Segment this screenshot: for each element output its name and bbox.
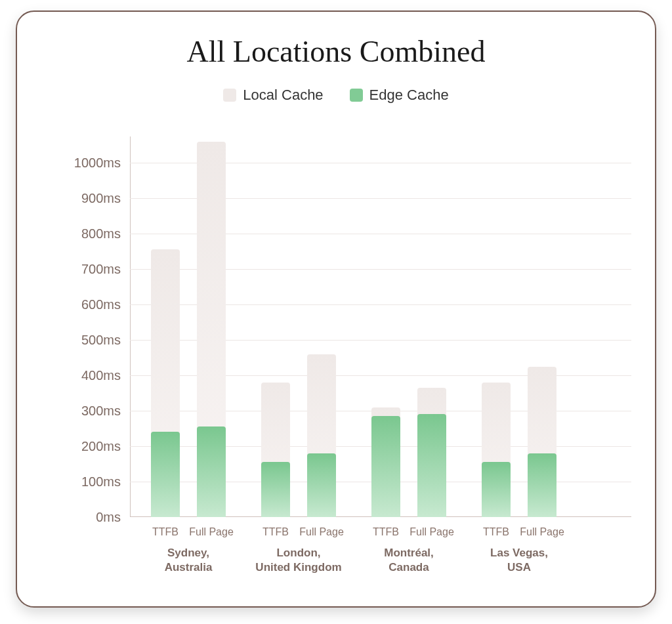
y-tick-label: 400ms xyxy=(81,368,121,383)
x-sub-label: TTFB xyxy=(152,526,178,538)
bar-edge xyxy=(482,462,511,517)
x-group-label: Sydney, Australia xyxy=(165,546,213,575)
bar-edge xyxy=(371,416,400,517)
chart-title: All Locations Combined xyxy=(17,34,655,69)
x-sub-label: TTFB xyxy=(262,526,289,538)
y-tick-label: 0ms xyxy=(96,510,121,525)
bar-edge xyxy=(417,414,446,517)
bar-edge xyxy=(528,453,556,517)
y-tick-label: 900ms xyxy=(81,191,121,206)
y-tick-label: 500ms xyxy=(81,333,121,348)
x-sub-label: Full Page xyxy=(189,526,234,538)
x-sub-label: Full Page xyxy=(299,526,344,538)
legend-swatch-local xyxy=(223,89,236,102)
legend-item-local: Local Cache xyxy=(223,87,323,104)
y-axis-line xyxy=(130,136,131,517)
bar-edge xyxy=(261,462,290,517)
legend-item-edge: Edge Cache xyxy=(350,87,449,104)
legend-swatch-edge xyxy=(350,89,363,102)
x-sub-label: Full Page xyxy=(520,526,564,538)
y-tick-label: 800ms xyxy=(81,226,121,241)
legend-label-edge: Edge Cache xyxy=(369,87,449,104)
bar-edge xyxy=(307,453,336,517)
x-sub-label: Full Page xyxy=(410,526,454,538)
chart-card: All Locations Combined Local Cache Edge … xyxy=(16,10,656,608)
x-sub-label: TTFB xyxy=(483,526,509,538)
legend-label-local: Local Cache xyxy=(243,87,323,104)
y-tick-label: 600ms xyxy=(81,297,121,312)
y-tick-label: 300ms xyxy=(81,404,121,419)
y-tick-label: 200ms xyxy=(81,439,121,454)
x-group-label: Montréal, Canada xyxy=(384,546,434,575)
chart-plot-area: 0ms100ms200ms300ms400ms500ms600ms700ms80… xyxy=(130,163,631,517)
x-sub-label: TTFB xyxy=(373,526,399,538)
x-group-label: Las Vegas, USA xyxy=(490,546,548,575)
chart-legend: Local Cache Edge Cache xyxy=(17,87,655,104)
bar-edge xyxy=(197,426,226,517)
y-tick-label: 1000ms xyxy=(74,156,121,171)
x-group-label: London, United Kingdom xyxy=(255,546,341,575)
y-tick-label: 100ms xyxy=(81,474,121,489)
bar-edge xyxy=(151,432,180,517)
y-tick-label: 700ms xyxy=(81,262,121,277)
